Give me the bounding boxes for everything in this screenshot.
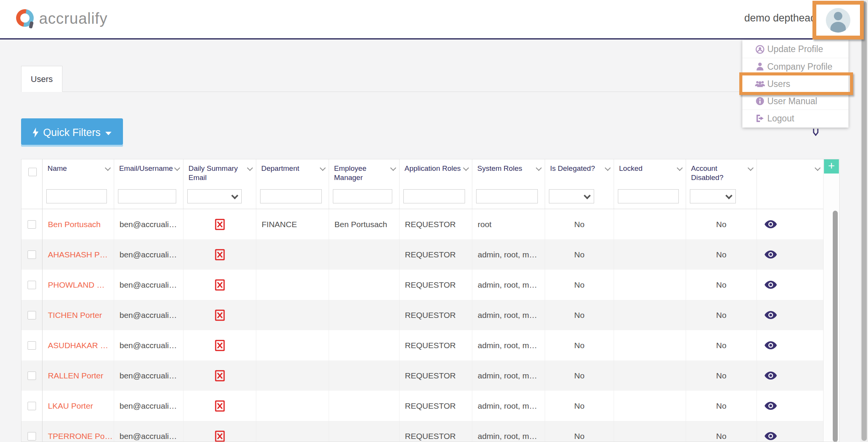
actions-cell	[757, 209, 824, 239]
is-delegated-cell: No	[545, 300, 614, 330]
eye-icon[interactable]	[765, 311, 777, 319]
menu-item-company-profile[interactable]: Company Profile	[742, 58, 848, 75]
filter-input-application-roles[interactable]	[403, 189, 465, 203]
user-name-link[interactable]: TPERRONE Po…	[48, 432, 113, 441]
user-avatar[interactable]	[826, 8, 850, 33]
is-delegated-cell: No	[545, 421, 614, 442]
chevron-down-icon[interactable]	[815, 165, 821, 171]
filter-select-daily-summary[interactable]	[187, 189, 242, 203]
users-icon	[755, 79, 765, 88]
quick-filters-button[interactable]: Quick Filters	[21, 118, 123, 147]
tab-users[interactable]: Users	[21, 66, 62, 92]
chevron-down-icon[interactable]	[390, 165, 396, 171]
filter-input-department[interactable]	[260, 189, 322, 203]
chevron-down-icon[interactable]	[748, 165, 754, 171]
user-name-link[interactable]: ASUDHAKAR …	[48, 341, 108, 350]
email-cell: ben@accruali…	[114, 360, 183, 391]
user-name-link[interactable]: Ben Portusach	[48, 220, 101, 229]
daily-summary-cell	[183, 421, 256, 442]
filter-select-account-disabled[interactable]	[690, 189, 736, 203]
column-label: Application Roles	[405, 164, 464, 173]
menu-item-user-manual[interactable]: User Manual	[742, 92, 848, 110]
user-name-link[interactable]: PHOWLAND …	[48, 280, 105, 290]
employee-manager-cell	[329, 239, 400, 270]
locked-cell	[614, 300, 686, 330]
daily-summary-cell	[183, 391, 256, 421]
application-roles-cell: REQUESTOR	[400, 391, 472, 421]
eye-icon[interactable]	[765, 281, 777, 289]
application-roles-cell: REQUESTOR	[400, 360, 472, 391]
column-label: Account Disabled?	[691, 164, 748, 182]
brand-logo[interactable]: accrualify	[16, 8, 108, 28]
user-name-link[interactable]: RALLEN Porter	[48, 371, 103, 380]
eye-icon[interactable]	[765, 220, 777, 228]
table-row[interactable]: LKAU Porter ben@accruali… REQUESTOR admi…	[21, 391, 839, 421]
column-label: Name	[47, 164, 106, 173]
table-scrollbar-thumb[interactable]	[833, 211, 838, 442]
filter-input-locked[interactable]	[618, 189, 679, 203]
table-row[interactable]: ASUDHAKAR … ben@accruali… REQUESTOR admi…	[21, 330, 839, 360]
chevron-down-icon[interactable]	[320, 165, 326, 171]
menu-item-update-profile[interactable]: Update Profile	[742, 41, 848, 58]
row-checkbox[interactable]	[28, 341, 36, 350]
table-scrollbar-track[interactable]	[823, 159, 839, 442]
table-row[interactable]: TPERRONE Po… ben@accruali… REQUESTOR adm…	[21, 421, 839, 442]
actions-cell	[757, 421, 824, 442]
eye-icon[interactable]	[765, 250, 777, 259]
page-scrollbar-track[interactable]	[860, 0, 868, 442]
filter-select-is-delegated[interactable]	[549, 189, 594, 203]
filter-input-system-roles[interactable]	[476, 189, 538, 203]
chevron-down-icon[interactable]	[174, 165, 180, 171]
row-checkbox[interactable]	[28, 250, 36, 259]
partially-hidden-toolbar-icon[interactable]	[812, 129, 819, 138]
select-all-checkbox[interactable]	[28, 168, 37, 176]
user-menu: Update Profile Company Profile Users Use…	[742, 40, 848, 128]
page-scrollbar-thumb[interactable]	[861, 1, 867, 441]
row-checkbox[interactable]	[28, 432, 36, 440]
filter-input-email[interactable]	[118, 189, 176, 203]
logout-icon	[755, 114, 765, 123]
chevron-down-icon[interactable]	[605, 165, 611, 171]
app-window: accrualify demo depthead Users Quick Fil…	[0, 0, 868, 442]
menu-item-label: Update Profile	[767, 44, 823, 54]
menu-item-users[interactable]: Users	[742, 75, 848, 92]
user-name-link[interactable]: AHASHASH P…	[48, 250, 108, 259]
column-header-actions	[757, 159, 824, 209]
eye-icon[interactable]	[765, 402, 777, 410]
chevron-down-icon[interactable]	[677, 165, 683, 171]
application-roles-cell: REQUESTOR	[400, 209, 472, 239]
row-checkbox[interactable]	[28, 220, 36, 229]
chevron-down-icon[interactable]	[536, 165, 542, 171]
eye-icon[interactable]	[765, 432, 777, 440]
filter-input-name[interactable]	[46, 189, 107, 203]
chevron-down-icon[interactable]	[463, 165, 469, 171]
bolt-icon	[33, 128, 38, 138]
accrualify-logo-icon	[16, 8, 34, 28]
filter-input-employee-manager[interactable]	[333, 189, 392, 203]
application-roles-cell: REQUESTOR	[400, 300, 472, 330]
chevron-down-icon[interactable]	[247, 165, 253, 171]
row-checkbox[interactable]	[28, 402, 36, 410]
menu-item-logout[interactable]: Logout	[742, 110, 848, 127]
table-row[interactable]: TICHEN Porter ben@accruali… REQUESTOR ad…	[21, 300, 839, 330]
daily-summary-cell	[183, 209, 256, 239]
department-cell	[256, 391, 329, 421]
account-disabled-cell: No	[686, 209, 757, 239]
user-name-link[interactable]: LKAU Porter	[48, 401, 93, 411]
eye-icon[interactable]	[765, 372, 777, 380]
user-name-link[interactable]: TICHEN Porter	[48, 311, 102, 320]
table-row[interactable]: RALLEN Porter ben@accruali… REQUESTOR ad…	[21, 360, 839, 391]
row-checkbox[interactable]	[28, 372, 36, 380]
chevron-down-icon[interactable]	[105, 165, 111, 171]
actions-cell	[757, 360, 824, 391]
table-row[interactable]: Ben Portusach ben@accruali… FINANCE Ben …	[21, 209, 839, 239]
menu-item-label: Company Profile	[767, 62, 832, 72]
row-checkbox[interactable]	[28, 281, 36, 289]
row-checkbox[interactable]	[28, 311, 36, 319]
eye-icon[interactable]	[765, 341, 777, 349]
table-row[interactable]: AHASHASH P… ben@accruali… REQUESTOR admi…	[21, 239, 839, 270]
account-disabled-cell: No	[686, 239, 757, 270]
table-row[interactable]: PHOWLAND … ben@accruali… REQUESTOR admin…	[21, 270, 839, 300]
add-column-button[interactable]: +	[824, 159, 839, 174]
top-bar: accrualify demo depthead	[0, 0, 868, 39]
